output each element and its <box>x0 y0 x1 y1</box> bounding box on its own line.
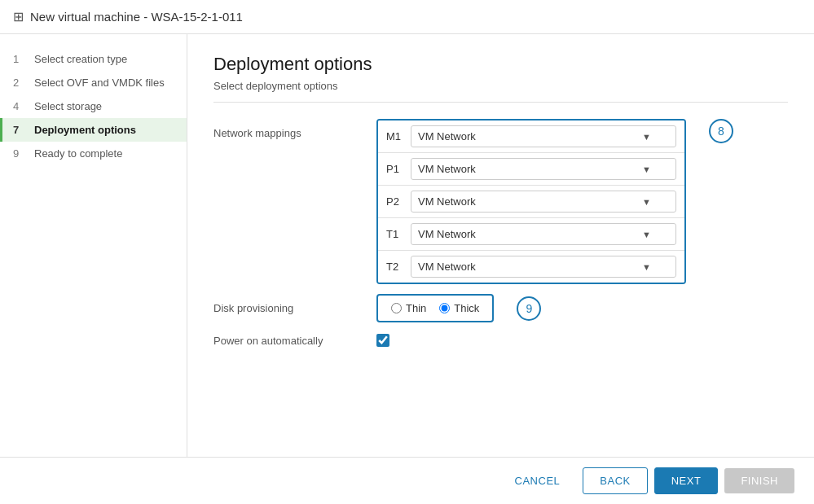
step-num-7: 7 <box>13 124 28 136</box>
step-num-4: 4 <box>13 100 28 112</box>
vm-icon: ⊞ <box>13 9 24 24</box>
sidebar-item-label-4: Select storage <box>34 100 102 112</box>
sidebar-item-label-7: Deployment options <box>34 124 136 136</box>
sidebar-item-label-1: Select creation type <box>34 53 127 65</box>
network-id-p1: P1 <box>386 163 411 175</box>
sidebar-item-7[interactable]: 7Deployment options <box>0 118 187 142</box>
power-on-section: Power on automatically <box>213 334 788 347</box>
network-id-t2: T2 <box>386 261 411 273</box>
network-mappings-box: M1 VM Network ▼ P1 VM Network ▼ P2 VM Ne… <box>376 119 686 284</box>
page-subtitle: Select deployment options <box>213 80 788 103</box>
power-on-label: Power on automatically <box>213 335 376 347</box>
sidebar-item-1[interactable]: 1Select creation type <box>0 47 187 71</box>
radio-thin[interactable]: Thin <box>391 302 426 314</box>
title-bar: ⊞ New virtual machine - WSA-15-2-1-011 <box>0 0 814 34</box>
network-select-p1[interactable]: VM Network ▼ <box>411 158 676 180</box>
disk-provisioning-label: Disk provisioning <box>213 302 376 314</box>
network-mappings-section: Network mappings M1 VM Network ▼ P1 VM N… <box>213 119 788 284</box>
radio-thick-input[interactable] <box>439 303 450 313</box>
network-row-m1: M1 VM Network ▼ <box>378 121 684 153</box>
radio-thin-input[interactable] <box>391 303 402 313</box>
step-num-1: 1 <box>13 53 28 65</box>
disk-provisioning-box: Thin Thick <box>376 294 494 322</box>
radio-thick[interactable]: Thick <box>439 302 479 314</box>
finish-button: FINISH <box>724 468 794 493</box>
network-select-t2[interactable]: VM Network ▼ <box>411 256 676 278</box>
sidebar-item-2[interactable]: 2Select OVF and VMDK files <box>0 71 187 94</box>
dropdown-arrow-p1: ▼ <box>642 164 651 174</box>
step-badge-9: 9 <box>517 296 541 321</box>
sidebar: 1Select creation type2Select OVF and VMD… <box>0 34 187 457</box>
dropdown-arrow-p2: ▼ <box>642 197 651 207</box>
network-row-p1: P1 VM Network ▼ <box>378 153 684 186</box>
step-num-2: 2 <box>13 77 28 89</box>
step-num-9: 9 <box>13 147 28 160</box>
back-button[interactable]: BACK <box>583 467 647 494</box>
network-row-t1: T1 VM Network ▼ <box>378 218 684 251</box>
page-title: Deployment options <box>213 54 788 75</box>
sidebar-item-4[interactable]: 4Select storage <box>0 94 187 118</box>
network-id-p2: P2 <box>386 195 411 208</box>
sidebar-item-9[interactable]: 9Ready to complete <box>0 142 187 165</box>
network-id-m1: M1 <box>386 130 411 142</box>
network-select-p2[interactable]: VM Network ▼ <box>411 191 676 213</box>
network-row-t2: T2 VM Network ▼ <box>378 251 684 283</box>
dropdown-arrow-t1: ▼ <box>642 230 651 239</box>
dropdown-arrow-m1: ▼ <box>642 132 651 142</box>
dropdown-arrow-t2: ▼ <box>642 262 651 272</box>
disk-provisioning-section: Disk provisioning Thin Thick 9 <box>213 294 788 322</box>
content-area: Deployment options Select deployment opt… <box>187 34 814 457</box>
window-title: New virtual machine - WSA-15-2-1-011 <box>30 10 243 24</box>
network-select-t1[interactable]: VM Network ▼ <box>411 223 676 245</box>
network-id-t1: T1 <box>386 228 411 240</box>
network-row-p2: P2 VM Network ▼ <box>378 186 684 218</box>
footer: CANCEL BACK NEXT FINISH <box>0 457 814 504</box>
sidebar-item-label-9: Ready to complete <box>34 147 122 160</box>
main-layout: 1Select creation type2Select OVF and VMD… <box>0 34 814 457</box>
network-mappings-label: Network mappings <box>213 119 376 139</box>
next-button[interactable]: NEXT <box>654 467 719 494</box>
network-select-m1[interactable]: VM Network ▼ <box>411 125 676 147</box>
power-on-checkbox[interactable] <box>376 334 389 347</box>
cancel-button[interactable]: CANCEL <box>499 468 577 493</box>
step-badge-8: 8 <box>709 119 733 143</box>
radio-thin-label: Thin <box>406 302 426 314</box>
sidebar-item-label-2: Select OVF and VMDK files <box>34 77 165 89</box>
radio-thick-label: Thick <box>454 302 479 314</box>
